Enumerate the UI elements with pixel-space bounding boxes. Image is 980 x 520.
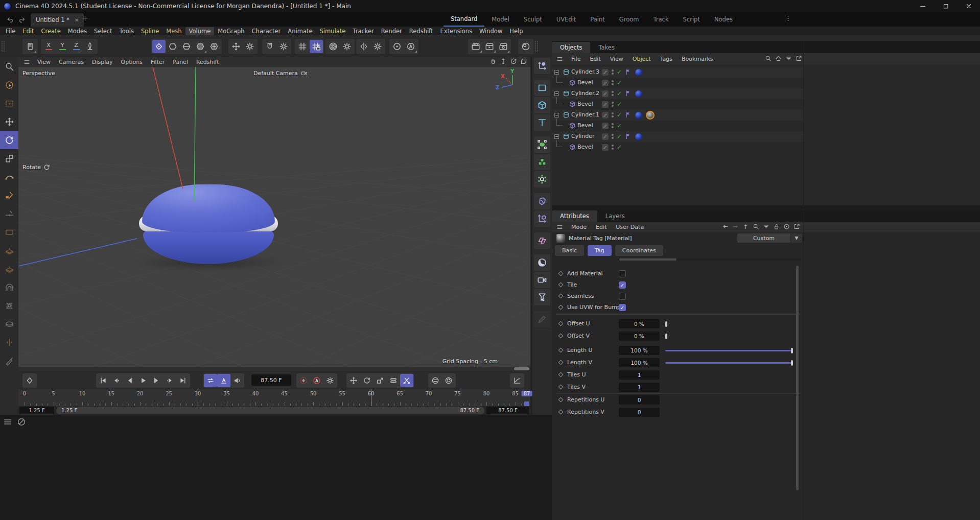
- property-slider[interactable]: [665, 362, 793, 364]
- tree-row-cylinder-3[interactable]: Cylinder.3✓: [552, 67, 803, 78]
- property-checkbox[interactable]: [619, 293, 626, 300]
- edit-protect-icon[interactable]: [602, 90, 609, 97]
- cloner-object-icon[interactable]: [532, 153, 552, 171]
- rectangle-spline-icon[interactable]: [0, 223, 18, 241]
- layout-tab-model[interactable]: Model: [484, 12, 517, 27]
- edit-protect-icon[interactable]: [602, 133, 609, 140]
- layout-tab-uvedit[interactable]: UVEdit: [549, 12, 584, 27]
- property-checkbox[interactable]: ✓: [619, 281, 626, 289]
- record-position-button[interactable]: [347, 374, 360, 387]
- quantize-button[interactable]: [296, 40, 309, 53]
- property-value-field[interactable]: 100 %: [619, 358, 660, 367]
- attributes-menu-icon[interactable]: [552, 224, 567, 230]
- menu-tools[interactable]: Tools: [116, 27, 137, 35]
- axis-settings-button[interactable]: [243, 40, 256, 53]
- attr-filter-icon[interactable]: [763, 223, 769, 230]
- menu-redshift[interactable]: Redshift: [406, 27, 437, 35]
- text-object-icon[interactable]: [532, 114, 552, 131]
- layout-tab-track[interactable]: Track: [646, 12, 675, 27]
- camera-lock-icon[interactable]: [301, 70, 308, 77]
- attributes-vscrollbar[interactable]: [796, 266, 799, 516]
- property-slider[interactable]: [665, 323, 793, 325]
- rotate-view-icon[interactable]: [510, 58, 517, 65]
- hscroll-thumb[interactable]: [619, 258, 676, 261]
- enabled-check-icon[interactable]: ✓: [617, 144, 622, 151]
- expander-icon[interactable]: [554, 134, 559, 139]
- play-button[interactable]: [136, 374, 150, 387]
- render-view-button[interactable]: [469, 40, 482, 53]
- pan-view-icon[interactable]: [489, 58, 497, 65]
- render-settings-button[interactable]: [497, 40, 510, 53]
- redo-icon[interactable]: [16, 14, 28, 25]
- property-slider[interactable]: [665, 350, 793, 351]
- cube-primitive-icon[interactable]: [532, 97, 552, 114]
- enabled-check-icon[interactable]: ✓: [617, 90, 622, 97]
- property-diamond-icon[interactable]: [558, 348, 564, 353]
- focus-icon[interactable]: [783, 223, 790, 230]
- extrude-tool-icon[interactable]: [0, 259, 18, 278]
- edit-protect-icon[interactable]: [602, 112, 609, 119]
- property-diamond-icon[interactable]: [558, 282, 564, 288]
- visibility-dots-icon[interactable]: [612, 145, 614, 151]
- layout-overflow-icon[interactable]: ⋮: [785, 14, 791, 22]
- vscroll-thumb[interactable]: [796, 266, 799, 490]
- property-value-field[interactable]: 0: [619, 395, 660, 405]
- next-key-button[interactable]: [163, 374, 176, 387]
- tree-row-bevel[interactable]: Bevel✓: [552, 99, 803, 110]
- add-keyframe-button[interactable]: [23, 374, 36, 387]
- property-checkbox[interactable]: ✓: [619, 304, 626, 311]
- attributes-hscrollbar[interactable]: [618, 258, 801, 261]
- quantize-lock-button[interactable]: [310, 40, 323, 53]
- popout-icon[interactable]: [796, 55, 802, 62]
- objects-menu-edit[interactable]: Edit: [585, 56, 605, 62]
- viewport-menu-options[interactable]: Options: [117, 59, 147, 65]
- goto-start-button[interactable]: [97, 374, 110, 387]
- attributes-menu-mode[interactable]: Mode: [567, 224, 591, 230]
- menu-volume[interactable]: Volume: [185, 27, 215, 35]
- open-timeline-button[interactable]: [510, 374, 524, 387]
- phong-tag-icon[interactable]: [625, 133, 632, 139]
- autokey-toggle-button[interactable]: [310, 374, 323, 387]
- bridge-tool-icon[interactable]: [0, 278, 18, 296]
- selected-material-tag-icon[interactable]: [646, 111, 655, 120]
- section-tab-basic[interactable]: Basic: [555, 245, 584, 256]
- bevel-tool-icon[interactable]: [0, 241, 18, 259]
- annotation-tool-icon[interactable]: [532, 311, 552, 328]
- edit-protect-icon[interactable]: [602, 101, 609, 108]
- material-manager-button[interactable]: [519, 40, 532, 53]
- menu-character[interactable]: Character: [248, 27, 285, 35]
- property-value-field[interactable]: 100 %: [619, 346, 660, 355]
- enabled-check-icon[interactable]: ✓: [617, 79, 622, 86]
- visibility-dots-icon[interactable]: [612, 91, 614, 97]
- search-icon[interactable]: [765, 55, 772, 62]
- cage-deform-icon[interactable]: [0, 296, 18, 315]
- playhead[interactable]: [524, 401, 529, 406]
- record-keyframe-button[interactable]: [297, 374, 310, 387]
- viewport-menu-redshift[interactable]: Redshift: [192, 59, 223, 65]
- keyframe-settings-button[interactable]: [323, 374, 337, 387]
- attributes-menu-edit[interactable]: Edit: [591, 224, 611, 230]
- objects-menu-object[interactable]: Object: [628, 56, 656, 62]
- tab-attributes[interactable]: Attributes: [552, 210, 597, 222]
- property-diamond-icon[interactable]: [558, 305, 564, 310]
- edit-protect-icon[interactable]: [602, 144, 609, 151]
- attributes-menu-user-data[interactable]: User Data: [611, 224, 648, 230]
- enabled-check-icon[interactable]: ✓: [617, 133, 622, 140]
- layout-tab-paint[interactable]: Paint: [583, 12, 612, 27]
- layout-tab-script[interactable]: Script: [676, 12, 707, 27]
- preset-dropdown[interactable]: Custom ▼: [737, 233, 802, 243]
- expander-icon[interactable]: [554, 113, 559, 117]
- loop-playback-button[interactable]: [204, 374, 217, 387]
- spline-object-icon[interactable]: [532, 136, 552, 153]
- viewport-menu-cameras[interactable]: Cameras: [55, 59, 88, 65]
- play-all-frames-button[interactable]: [217, 374, 230, 387]
- expander-icon[interactable]: [554, 70, 559, 75]
- layout-tab-standard[interactable]: Standard: [444, 12, 484, 27]
- visibility-dots-icon[interactable]: [612, 112, 614, 119]
- edit-protect-icon[interactable]: [602, 69, 609, 76]
- property-diamond-icon[interactable]: [558, 372, 564, 377]
- enabled-check-icon[interactable]: ✓: [617, 111, 622, 119]
- back-icon[interactable]: [722, 223, 729, 230]
- material-thumbnail[interactable]: [556, 234, 565, 243]
- view-label[interactable]: Perspective: [22, 70, 55, 77]
